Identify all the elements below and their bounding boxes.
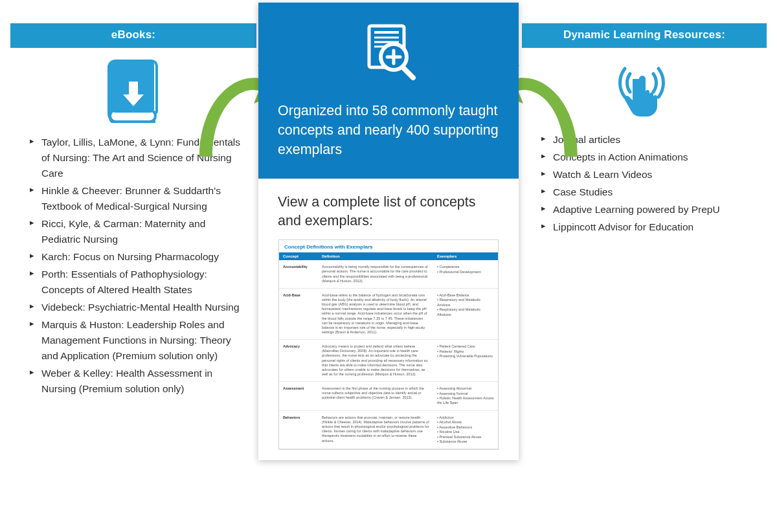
col-definition: Definition — [318, 252, 433, 260]
magnify-plus-icon — [278, 21, 499, 88]
table-row: AccountabilityAccountability is being mo… — [279, 260, 498, 289]
table-row: AssessmentAssessment is the first phase … — [279, 382, 498, 411]
center-headline: Organized into 58 commonly taught concep… — [278, 101, 499, 159]
sample-doc-header: Concept Definition Exemplars — [279, 252, 498, 260]
sample-doc-title: Concept Definitions with Exemplars — [279, 240, 498, 252]
table-row: Acid-BaseAcid-base refers to the balance… — [279, 289, 498, 340]
list-item: Videbeck: Psychiatric-Mental Health Nurs… — [30, 300, 242, 315]
list-item: Weber & Kelley: Health Assessment in Nur… — [30, 366, 242, 397]
list-item: Adaptive Learning powered by PrepU — [541, 202, 752, 217]
table-row: BehaviorsBehaviors are actions that prom… — [279, 411, 498, 450]
list-item: Porth: Essentials of Pathophysiology: Co… — [30, 267, 242, 298]
center-card: Organized into 58 commonly taught concep… — [258, 3, 519, 460]
table-row: AdvocacyAdvocacy means to protect and de… — [279, 340, 498, 382]
center-subhead: View a complete list of concepts and exe… — [258, 179, 519, 239]
list-item: Karch: Focus on Nursing Pharmacology — [30, 249, 242, 265]
ebooks-title: eBooks: — [10, 23, 256, 48]
list-item: Hinkle & Cheever: Brunner & Suddarth's T… — [30, 183, 242, 214]
col-exemplars: Exemplars — [433, 252, 498, 260]
list-item: Watch & Learn Videos — [541, 167, 752, 183]
svg-line-13 — [403, 67, 413, 78]
list-item: Lippincott Advisor for Education — [541, 219, 752, 235]
ebooks-list: Taylor, Lillis, LaMone, & Lynn: Fundamen… — [10, 132, 256, 397]
sample-document[interactable]: Concept Definitions with Exemplars Conce… — [278, 239, 499, 450]
col-concept: Concept — [279, 252, 318, 260]
svg-rect-4 — [129, 82, 138, 96]
resources-title: Dynamic Learning Resources: — [522, 23, 767, 48]
list-item: Case Studies — [541, 184, 752, 200]
list-item: Ricci, Kyle, & Carman: Maternity and Ped… — [30, 216, 242, 247]
center-top: Organized into 58 commonly taught concep… — [258, 3, 519, 179]
list-item: Marquis & Huston: Leadership Roles and M… — [30, 317, 242, 364]
